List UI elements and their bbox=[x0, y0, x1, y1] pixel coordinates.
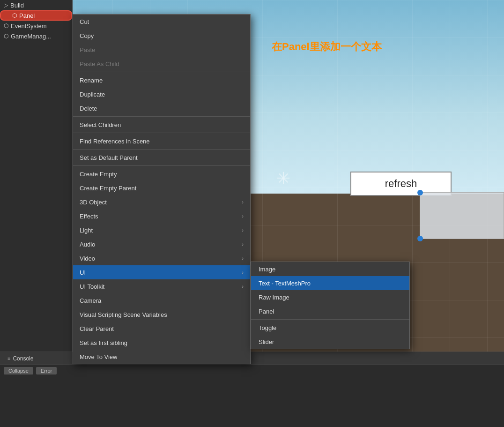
scene-chinese-label: 在Panel里添加一个文本 bbox=[272, 40, 382, 54]
submenu-item-slider[interactable]: Slider bbox=[251, 335, 409, 349]
submenu-item-text---textmeshpro[interactable]: Text - TextMeshPro bbox=[251, 276, 409, 290]
ctx-item-label: Light bbox=[80, 227, 93, 234]
ctx-item-find-references-in-scene[interactable]: Find References in Scene bbox=[73, 134, 250, 148]
submenu-item-raw-image[interactable]: Raw Image bbox=[251, 290, 409, 304]
submenu-arrow-icon: › bbox=[242, 241, 244, 247]
ctx-item-label: Create Empty bbox=[80, 171, 117, 178]
sub-item-label: Text - TextMeshPro bbox=[259, 280, 311, 287]
ctx-item-set-as-first-sibling[interactable]: Set as first sibling bbox=[73, 336, 250, 350]
panel-handle-bottom bbox=[417, 236, 423, 241]
hierarchy-panel: ▷Build⬡Panel⬡EventSystem⬡GameManag... bbox=[0, 0, 73, 352]
ctx-item-visual-scripting-scene-variabl[interactable]: Visual Scripting Scene Variables bbox=[73, 307, 250, 322]
submenu-arrow-icon: › bbox=[242, 227, 244, 233]
ctx-item-label: Visual Scripting Scene Variables bbox=[80, 311, 167, 318]
cross-icon: ✳ bbox=[276, 169, 290, 188]
ctx-item-label: Find References in Scene bbox=[80, 138, 150, 145]
ctx-item-set-as-default-parent[interactable]: Set as Default Parent bbox=[73, 150, 250, 165]
ctx-item-move-to-view[interactable]: Move To View bbox=[73, 350, 250, 364]
item-label: Panel bbox=[19, 12, 35, 19]
ctx-item-paste: Paste bbox=[73, 43, 250, 57]
ctx-item-label: 3D Object bbox=[80, 199, 107, 206]
panel-handle-top bbox=[417, 190, 423, 195]
ctx-item-effects[interactable]: Effects› bbox=[73, 209, 250, 223]
ctx-item-create-empty[interactable]: Create Empty bbox=[73, 167, 250, 181]
ctx-item-label: Duplicate bbox=[80, 91, 105, 98]
ctx-item-paste-as-child: Paste As Child bbox=[73, 57, 250, 71]
ctx-item-label: Paste As Child bbox=[80, 60, 119, 67]
ctx-item-label: Select Children bbox=[80, 121, 121, 128]
submenu-arrow-icon: › bbox=[242, 255, 244, 261]
submenu-item-image[interactable]: Image bbox=[251, 262, 409, 276]
console-tab[interactable]: ≡ Console bbox=[2, 352, 39, 365]
ctx-separator bbox=[73, 149, 250, 150]
sub-item-label: Image bbox=[259, 266, 275, 273]
ctx-item-select-children[interactable]: Select Children bbox=[73, 118, 250, 132]
ctx-item-label: Cut bbox=[80, 18, 89, 25]
ctx-item-label: UI bbox=[80, 269, 86, 276]
console-tab-icon: ≡ bbox=[7, 356, 10, 361]
item-icon: ▷ bbox=[4, 2, 8, 8]
ctx-separator bbox=[73, 133, 250, 133]
submenu-item-toggle[interactable]: Toggle bbox=[251, 321, 409, 335]
ctx-item-label: UI Toolkit bbox=[80, 283, 104, 290]
scene-panel bbox=[420, 192, 504, 239]
hierarchy-item-gamemanag---[interactable]: ⬡GameManag... bbox=[0, 31, 72, 41]
ctx-item-create-empty-parent[interactable]: Create Empty Parent bbox=[73, 181, 250, 195]
hierarchy-item-panel[interactable]: ⬡Panel bbox=[0, 10, 72, 21]
ctx-item-ui[interactable]: UI› bbox=[73, 265, 250, 279]
submenu-arrow-icon: › bbox=[242, 284, 244, 289]
hierarchy-item-eventsystem[interactable]: ⬡EventSystem bbox=[0, 21, 72, 31]
sub-item-label: Toggle bbox=[259, 324, 276, 331]
ctx-separator bbox=[73, 72, 250, 72]
ctx-item-label: Copy bbox=[80, 32, 94, 39]
ctx-item-label: Effects bbox=[80, 213, 98, 220]
ctx-separator bbox=[73, 165, 250, 166]
ctx-item-video[interactable]: Video› bbox=[73, 251, 250, 265]
item-label: EventSystem bbox=[11, 22, 47, 30]
ctx-item-label: Camera bbox=[80, 297, 101, 304]
ctx-item-cut[interactable]: Cut bbox=[73, 15, 250, 29]
item-icon: ⬡ bbox=[12, 12, 17, 19]
sub-separator bbox=[251, 319, 409, 320]
ctx-item-clear-parent[interactable]: Clear Parent bbox=[73, 322, 250, 336]
error-button[interactable]: Error bbox=[36, 367, 57, 375]
console-tab-label: Console bbox=[13, 355, 33, 362]
ctx-item-label: Video bbox=[80, 255, 95, 262]
ctx-item-audio[interactable]: Audio› bbox=[73, 237, 250, 251]
hierarchy-item-build[interactable]: ▷Build bbox=[0, 0, 72, 10]
ctx-item-rename[interactable]: Rename bbox=[73, 73, 250, 87]
submenu-arrow-icon: › bbox=[242, 270, 244, 275]
context-menu: CutCopyPastePaste As ChildRenameDuplicat… bbox=[73, 14, 251, 364]
bottom-bar-buttons: Collapse Error bbox=[0, 365, 504, 376]
ctx-separator bbox=[73, 116, 250, 117]
submenu-arrow-icon: › bbox=[242, 213, 244, 219]
item-label: Build bbox=[10, 2, 24, 9]
submenu-item-panel[interactable]: Panel bbox=[251, 304, 409, 318]
ctx-item-label: Delete bbox=[80, 105, 97, 112]
ctx-item-3d-object[interactable]: 3D Object› bbox=[73, 195, 250, 209]
submenu-arrow-icon: › bbox=[242, 199, 244, 205]
sub-item-label: Slider bbox=[259, 338, 274, 345]
collapse-button[interactable]: Collapse bbox=[4, 367, 33, 375]
ctx-item-label: Rename bbox=[80, 77, 103, 84]
ctx-item-label: Move To View bbox=[80, 353, 117, 360]
item-label: GameManag... bbox=[11, 33, 51, 40]
ui-submenu: ImageText - TextMeshProRaw ImagePanelTog… bbox=[251, 262, 410, 349]
ctx-item-label: Set as first sibling bbox=[80, 339, 127, 346]
ctx-item-light[interactable]: Light› bbox=[73, 223, 250, 237]
item-icon: ⬡ bbox=[4, 22, 8, 29]
ctx-item-label: Set as Default Parent bbox=[80, 154, 138, 161]
ctx-item-delete[interactable]: Delete bbox=[73, 101, 250, 115]
ctx-item-label: Create Empty Parent bbox=[80, 185, 136, 192]
ctx-item-label: Audio bbox=[80, 241, 95, 248]
ctx-item-label: Clear Parent bbox=[80, 325, 114, 332]
ctx-item-label: Paste bbox=[80, 46, 95, 53]
ctx-item-duplicate[interactable]: Duplicate bbox=[73, 87, 250, 101]
ctx-item-camera[interactable]: Camera bbox=[73, 293, 250, 307]
ctx-item-ui-toolkit[interactable]: UI Toolkit› bbox=[73, 279, 250, 293]
ctx-item-copy[interactable]: Copy bbox=[73, 29, 250, 43]
sub-item-label: Raw Image bbox=[259, 294, 289, 301]
item-icon: ⬡ bbox=[4, 33, 8, 39]
sub-item-label: Panel bbox=[259, 308, 274, 315]
